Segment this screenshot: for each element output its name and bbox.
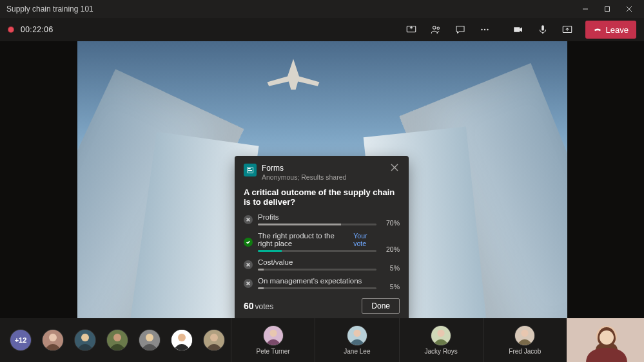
mic-toggle-button[interactable] xyxy=(532,19,553,40)
x-circle-icon xyxy=(244,215,253,224)
share-content-button[interactable] xyxy=(401,19,422,40)
roster-avatar[interactable] xyxy=(75,330,95,350)
participant-avatar xyxy=(431,326,451,345)
share-tray-icon xyxy=(405,24,417,35)
screen-share-button[interactable] xyxy=(557,19,578,40)
participant-name: Fred Jacob xyxy=(509,348,541,355)
participant-avatar xyxy=(264,326,283,345)
participant-name: Pete Turner xyxy=(256,348,289,355)
participant-avatar xyxy=(347,326,367,345)
svg-rect-15 xyxy=(248,170,252,171)
share-screen-icon xyxy=(561,24,573,35)
roster-overflow-group: +12 xyxy=(0,318,224,362)
people-icon xyxy=(430,24,442,35)
poll-option[interactable]: Cost/value5% xyxy=(244,258,400,271)
more-actions-button[interactable] xyxy=(474,19,495,40)
poll-result-bar xyxy=(258,250,376,252)
named-participant[interactable]: Jane Lee xyxy=(315,318,398,362)
svg-point-37 xyxy=(210,334,218,341)
x-circle-icon xyxy=(244,279,253,288)
svg-point-41 xyxy=(353,329,360,336)
close-icon xyxy=(391,164,398,171)
svg-point-27 xyxy=(49,334,57,341)
poll-option-label: The right product to the right place xyxy=(258,232,349,247)
participant-name: Jacky Roys xyxy=(425,348,458,355)
poll-result-bar xyxy=(258,287,376,289)
poll-option-percent: 20% xyxy=(382,245,400,253)
camera-icon xyxy=(512,24,524,35)
svg-point-9 xyxy=(487,29,488,30)
named-participant[interactable]: Fred Jacob xyxy=(483,318,567,362)
self-video-preview[interactable] xyxy=(567,318,644,362)
svg-rect-1 xyxy=(605,7,610,12)
chat-icon xyxy=(454,24,466,35)
ellipsis-icon xyxy=(479,24,491,35)
forms-poll-card: Forms Anonymous; Results shared A critic… xyxy=(235,156,409,321)
close-icon xyxy=(626,6,632,12)
roster-avatar[interactable] xyxy=(204,330,224,350)
poll-option-label: On management's expectations xyxy=(258,277,362,285)
svg-point-7 xyxy=(481,29,482,30)
minimize-icon xyxy=(582,6,589,12)
check-circle-icon xyxy=(244,238,253,247)
poll-option-label: Profits xyxy=(258,213,279,221)
poll-option[interactable]: The right product to the right placeYour… xyxy=(244,232,400,252)
named-participant[interactable]: Pete Turner xyxy=(231,318,315,362)
window-titlebar: Supply chain training 101 xyxy=(0,0,644,18)
your-vote-badge: Your vote xyxy=(353,232,376,247)
roster-avatar[interactable] xyxy=(43,330,63,350)
poll-vote-count: 60votes xyxy=(244,301,273,311)
roster-overflow-badge[interactable]: +12 xyxy=(10,330,31,350)
microphone-icon xyxy=(537,24,549,35)
participants-button[interactable] xyxy=(425,19,446,40)
svg-point-29 xyxy=(81,334,89,341)
x-circle-icon xyxy=(244,260,253,269)
svg-point-35 xyxy=(178,334,186,341)
forms-app-icon xyxy=(244,164,257,176)
named-participant[interactable]: Jacky Roys xyxy=(399,318,483,362)
roster-avatar[interactable] xyxy=(171,330,192,350)
svg-point-48 xyxy=(600,330,614,345)
poll-option-percent: 70% xyxy=(382,219,400,227)
svg-point-6 xyxy=(437,27,439,29)
leave-button-label: Leave xyxy=(606,25,629,35)
poll-done-button[interactable]: Done xyxy=(362,298,400,314)
svg-point-5 xyxy=(433,26,436,30)
poll-option[interactable]: Profits70% xyxy=(244,213,400,225)
poll-option-percent: 5% xyxy=(382,283,400,291)
window-maximize-button[interactable] xyxy=(596,0,618,18)
roster-avatar[interactable] xyxy=(139,330,160,350)
window-minimize-button[interactable] xyxy=(574,0,596,18)
svg-point-33 xyxy=(146,334,153,341)
svg-point-39 xyxy=(269,329,277,336)
svg-point-43 xyxy=(438,329,445,336)
poll-question: A critical outcome of the supply chain i… xyxy=(244,187,400,207)
chat-button[interactable] xyxy=(450,19,471,40)
meeting-timer: 00:22:06 xyxy=(21,25,54,34)
camera-toggle-button[interactable] xyxy=(508,19,529,40)
poll-option-percent: 5% xyxy=(382,264,400,272)
airplane-graphic xyxy=(264,54,322,93)
poll-app-name: Forms xyxy=(262,164,385,173)
window-close-button[interactable] xyxy=(618,0,640,18)
participant-name: Jane Lee xyxy=(344,348,370,355)
leave-button[interactable]: Leave xyxy=(585,21,636,39)
participant-roster: +12 Pete TurnerJane LeeJacky RoysFred Ja… xyxy=(0,318,644,362)
recording-indicator-icon xyxy=(8,26,14,33)
poll-option-label: Cost/value xyxy=(258,258,293,266)
poll-close-button[interactable] xyxy=(391,164,400,173)
hangup-icon xyxy=(593,25,602,34)
maximize-icon xyxy=(604,6,610,12)
svg-point-8 xyxy=(483,29,485,30)
svg-rect-10 xyxy=(542,25,544,30)
poll-result-bar xyxy=(258,269,376,271)
poll-meta: Anonymous; Results shared xyxy=(262,173,385,181)
svg-point-31 xyxy=(113,334,121,341)
meeting-stage: Forms Anonymous; Results shared A critic… xyxy=(0,41,644,318)
roster-avatar[interactable] xyxy=(107,330,128,350)
participant-avatar xyxy=(515,326,534,345)
meeting-toolbar: 00:22:06 Leave xyxy=(0,18,644,41)
poll-result-bar xyxy=(258,224,376,225)
svg-point-45 xyxy=(522,329,529,336)
poll-option[interactable]: On management's expectations5% xyxy=(244,277,400,289)
